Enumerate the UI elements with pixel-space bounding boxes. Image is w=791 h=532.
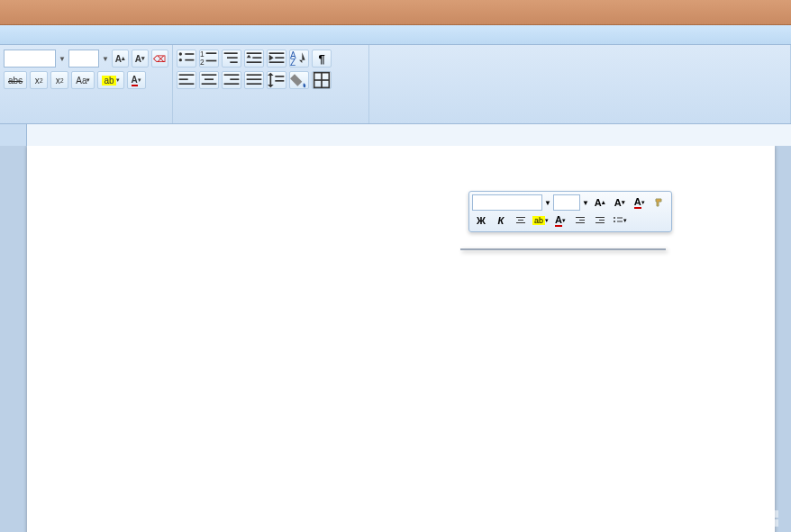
svg-rect-50: [596, 222, 605, 223]
justify-button[interactable]: [244, 71, 264, 89]
mini-font-color[interactable]: A▾: [551, 212, 569, 229]
highlight-color-button[interactable]: ab▾: [97, 71, 123, 89]
align-right-button[interactable]: [222, 71, 241, 89]
mini-increase-indent[interactable]: [591, 212, 609, 229]
increase-indent-button[interactable]: [267, 50, 286, 68]
change-case-button[interactable]: Aa▾: [71, 71, 95, 89]
svg-rect-24: [179, 83, 195, 85]
ribbon-group-label: [177, 120, 365, 123]
font-color-button[interactable]: A▾: [127, 71, 146, 89]
svg-rect-8: [224, 52, 238, 54]
svg-rect-14: [247, 61, 262, 63]
shading-button[interactable]: [289, 71, 309, 89]
mini-grow-font[interactable]: A▴: [591, 194, 609, 211]
ribbon-group-styles: [369, 45, 791, 123]
mini-center[interactable]: [512, 212, 530, 229]
dropdown-icon[interactable]: ▼: [582, 199, 589, 207]
font-name-combo[interactable]: [4, 50, 56, 68]
svg-point-53: [614, 221, 615, 222]
superscript-button[interactable]: x2: [50, 71, 68, 89]
svg-text:2: 2: [200, 58, 205, 67]
svg-rect-22: [179, 74, 195, 76]
svg-rect-3: [185, 59, 194, 61]
ribbon-group-label: [4, 120, 168, 123]
align-center-button[interactable]: [199, 71, 219, 89]
svg-rect-52: [617, 218, 623, 219]
horizontal-ruler[interactable]: [27, 124, 791, 146]
watermark-logo-icon: [762, 510, 778, 527]
dropdown-icon[interactable]: ▼: [59, 55, 66, 63]
mini-format-painter[interactable]: [650, 194, 668, 211]
mini-styles[interactable]: A▾: [631, 194, 649, 211]
svg-rect-1: [185, 53, 194, 55]
dropdown-icon[interactable]: ▼: [102, 55, 109, 63]
sort-button[interactable]: AZ: [289, 50, 309, 68]
decrease-indent-button[interactable]: [244, 50, 264, 68]
multilevel-list-button[interactable]: [222, 50, 241, 68]
ribbon: ▼ ▼ A▴ A▾ ⌫ abє x2 x2 Aa▾ ab▾ A▾ 12: [0, 45, 791, 124]
svg-rect-12: [252, 57, 261, 59]
svg-point-0: [179, 52, 182, 55]
subscript-button[interactable]: x2: [30, 71, 48, 89]
svg-rect-28: [224, 74, 240, 76]
window-titlebar: [0, 0, 791, 25]
font-size-combo[interactable]: [68, 50, 99, 68]
svg-rect-42: [516, 217, 525, 218]
svg-rect-30: [224, 83, 240, 85]
ruler-area: [0, 124, 791, 146]
mini-italic[interactable]: К: [492, 212, 510, 229]
ruler-corner: [0, 124, 27, 146]
svg-rect-38: [275, 80, 284, 82]
numbering-button[interactable]: 12: [199, 50, 219, 68]
svg-marker-21: [299, 52, 305, 63]
show-marks-button[interactable]: ¶: [312, 50, 332, 68]
svg-marker-17: [269, 55, 274, 61]
clear-formatting-button[interactable]: ⌫: [151, 50, 168, 68]
svg-rect-15: [269, 52, 285, 54]
shrink-font-button[interactable]: A▾: [132, 50, 149, 68]
ribbon-tabs-row: [0, 25, 791, 45]
document-area: ________________________________ _______…: [0, 146, 791, 532]
align-left-button[interactable]: [177, 71, 196, 89]
svg-rect-27: [202, 83, 217, 85]
svg-rect-25: [202, 74, 217, 76]
svg-point-2: [179, 59, 182, 61]
grow-font-button[interactable]: A▴: [112, 50, 129, 68]
mini-font-size[interactable]: [553, 194, 580, 211]
borders-button[interactable]: [312, 71, 332, 89]
line-spacing-button[interactable]: [267, 71, 286, 89]
mini-font-name[interactable]: [472, 194, 542, 211]
svg-rect-16: [275, 57, 284, 59]
mini-toolbar[interactable]: ▼ ▼ A▴ A▾ A▾ Ж К ab▾ A▾ ▾: [468, 191, 672, 232]
svg-rect-47: [576, 222, 585, 223]
mini-bullets[interactable]: ▾: [611, 212, 629, 229]
dropdown-icon[interactable]: ▼: [544, 199, 551, 207]
svg-marker-13: [247, 55, 251, 58]
bullets-button[interactable]: [177, 50, 196, 68]
svg-text:Z: Z: [290, 58, 295, 68]
svg-rect-11: [247, 52, 262, 54]
svg-rect-31: [247, 74, 262, 76]
mini-decrease-indent[interactable]: [571, 212, 589, 229]
svg-rect-37: [275, 76, 284, 77]
svg-rect-35: [270, 74, 272, 85]
svg-rect-54: [617, 221, 623, 222]
context-menu[interactable]: [460, 248, 666, 250]
svg-rect-7: [206, 60, 217, 62]
svg-rect-48: [596, 217, 605, 218]
ribbon-group-font: ▼ ▼ A▴ A▾ ⌫ abє x2 x2 Aa▾ ab▾ A▾: [0, 45, 173, 123]
svg-rect-29: [230, 78, 239, 80]
mini-bold[interactable]: Ж: [472, 212, 490, 229]
svg-rect-46: [579, 220, 585, 221]
mini-shrink-font[interactable]: A▾: [611, 194, 629, 211]
mini-highlight[interactable]: ab▾: [532, 212, 550, 229]
styles-gallery[interactable]: [373, 48, 786, 51]
ribbon-group-paragraph: 12 AZ ¶: [173, 45, 369, 123]
svg-rect-43: [518, 220, 523, 221]
svg-rect-5: [206, 52, 217, 54]
svg-rect-45: [576, 217, 585, 218]
svg-rect-9: [227, 57, 238, 59]
strikethrough-button[interactable]: abє: [4, 71, 27, 89]
svg-rect-49: [599, 220, 605, 221]
svg-rect-18: [269, 61, 285, 63]
